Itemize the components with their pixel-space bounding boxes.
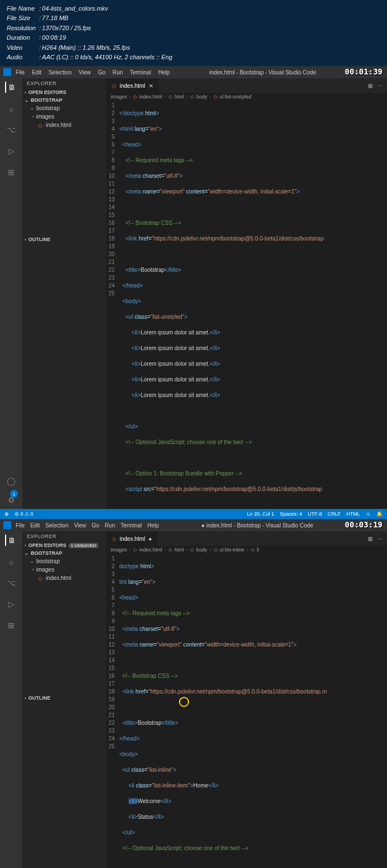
folder-images[interactable]: ›images (22, 112, 106, 121)
cursor-position[interactable]: Ln 20, Col 1 (247, 511, 275, 517)
folder-bootstrap[interactable]: ⌄bootstrap (22, 104, 106, 112)
label: File Size (7, 14, 38, 22)
line-numbers: 1234567891011121314151617181920212223242… (106, 102, 119, 509)
main-menu[interactable]: File Edit Selection View Go Run Terminal… (16, 69, 175, 76)
breadcrumb[interactable]: images› ◇index.html› ◇html› ◇body› ◇ul.l… (106, 546, 387, 554)
explorer-icon[interactable]: 🗎 (5, 535, 16, 546)
explorer-title: EXPLORER (22, 78, 106, 88)
menu-view[interactable]: View (79, 69, 91, 76)
open-editors-section[interactable]: ›OPEN EDITORS 1 UNSAVED (22, 541, 106, 549)
account-icon[interactable]: ◯ (6, 475, 17, 487)
tab-index-html[interactable]: ◇index.html✕ (106, 78, 159, 93)
source-control-icon[interactable]: ⌥ (6, 124, 17, 135)
label: Duration (7, 34, 38, 42)
menu-edit[interactable]: Edit (32, 69, 41, 76)
vscode-icon (3, 68, 11, 76)
search-icon[interactable]: ⌕ (6, 556, 17, 567)
eol[interactable]: CRLF (328, 511, 341, 517)
sidebar: EXPLORER ›OPEN EDITORS 1 UNSAVED ⌄BOOTST… (22, 531, 106, 868)
label: Audio (7, 53, 38, 62)
timestamp: 00:01:39 (345, 67, 383, 76)
filesize-value: 77.18 MB (42, 14, 172, 22)
file-index-html[interactable]: ◇index.html (22, 121, 106, 129)
split-editor-icon[interactable]: ⊞ (368, 536, 372, 542)
run-debug-icon[interactable]: ▷ (6, 598, 17, 610)
label: File Name (7, 4, 38, 13)
filename-value: 04-lists_and_colors.mkv (42, 4, 172, 13)
feedback-icon[interactable]: ☺ (366, 511, 371, 517)
label: Resolution (7, 24, 38, 32)
search-icon[interactable]: ⌕ (6, 103, 17, 114)
encoding[interactable]: UTF-8 (308, 511, 322, 517)
menu-help[interactable]: Help (158, 69, 170, 76)
more-icon[interactable]: ⋯ (377, 536, 383, 542)
remote-icon[interactable]: ⊕ (4, 511, 9, 517)
breadcrumb[interactable]: images› ◇index.html› ◇html› ◇body› ◇ul.l… (106, 93, 387, 101)
indent[interactable]: Spaces: 4 (280, 511, 302, 517)
project-root[interactable]: ⌄BOOTSTRAP (22, 96, 106, 104)
errors-warnings[interactable]: ⊘ 0 ⚠ 0 (15, 511, 34, 517)
outline-section[interactable]: ›OUTLINE (22, 235, 106, 243)
main-menu[interactable]: FileEditSelectionViewGoRunTerminalHelp (16, 522, 164, 529)
explorer-icon[interactable]: 🗎 (5, 82, 16, 93)
video-value: H264 (Main) :: 1.26 Mb/s, 25.fps (42, 44, 172, 52)
more-icon[interactable]: ⋯ (377, 83, 383, 89)
sidebar: EXPLORER ›OPEN EDITORS ⌄BOOTSTRAP ⌄boots… (22, 78, 106, 509)
vscode-icon (3, 521, 11, 529)
menu-go[interactable]: Go (98, 69, 105, 76)
open-editors-section[interactable]: ›OPEN EDITORS (22, 88, 106, 96)
editor: ◇index.html✕ ⊞⋯ images› ◇index.html› ◇ht… (106, 78, 387, 509)
titlebar: FileEditSelectionViewGoRunTerminalHelp ●… (0, 519, 387, 531)
file-index-html[interactable]: ◇index.html (22, 574, 106, 582)
activity-bar: 🗎 ⌕ ⌥ ▷ ⊞ ◯ ⚙ 1 (0, 531, 22, 868)
close-tab-icon[interactable]: ✕ (149, 83, 153, 89)
folder-bootstrap[interactable]: ⌄bootstrap (22, 557, 106, 565)
unsaved-badge: 1 UNSAVED (69, 543, 98, 548)
tab-index-html[interactable]: ◇index.html● (106, 531, 158, 546)
timestamp: 00:03:19 (345, 520, 383, 529)
statusbar: ⊕⊘ 0 ⚠ 0 Ln 20, Col 1 Spaces: 4 UTF-8 CR… (0, 509, 387, 519)
audio-value: AAC (LC) :: 0 kb/s, 44100 Hz, 2 channels… (42, 53, 172, 62)
language[interactable]: HTML (346, 511, 360, 517)
code-editor[interactable]: 1234567891011121314151617181920212223242… (106, 101, 387, 509)
file-metadata: File Name:04-lists_and_colors.mkv File S… (0, 0, 387, 66)
menu-file[interactable]: File (16, 69, 25, 76)
titlebar: File Edit Selection View Go Run Terminal… (0, 66, 387, 78)
menu-selection[interactable]: Selection (49, 69, 72, 76)
window-title: ● index.html - Bootstrap - Visual Studio… (164, 522, 350, 529)
folder-images[interactable]: ›images (22, 565, 106, 574)
modified-dot-icon[interactable]: ● (149, 536, 152, 542)
window-title: index.html - Bootstrap - Visual Studio C… (175, 69, 350, 76)
extensions-icon[interactable]: ⊞ (6, 167, 17, 178)
vscode-frame-2: 00:03:19 FileEditSelectionViewGoRunTermi… (0, 519, 387, 868)
bell-icon[interactable]: 🔔 (376, 511, 383, 517)
editor-tabs: ◇index.html✕ ⊞⋯ (106, 78, 387, 93)
outline-section[interactable]: ›OUTLINE (22, 694, 106, 702)
menu-run[interactable]: Run (112, 69, 122, 76)
duration-value: 00:08:19 (42, 34, 172, 42)
label: Video (7, 44, 38, 52)
code-editor[interactable]: 1234567891011121314151617181920212223242… (106, 554, 387, 868)
project-root[interactable]: ⌄BOOTSTRAP (22, 549, 106, 557)
resolution-value: 1370x720 / 25.fps (42, 24, 172, 32)
menu-terminal[interactable]: Terminal (130, 69, 151, 76)
activity-bar: 🗎 ⌕ ⌥ ▷ ⊞ ◯ ⚙ 1 (0, 78, 22, 509)
run-debug-icon[interactable]: ▷ (6, 145, 17, 157)
split-editor-icon[interactable]: ⊞ (368, 83, 372, 89)
vscode-frame-1: 00:01:39 File Edit Selection View Go Run… (0, 66, 387, 519)
code-content[interactable]: <!doctype html> <html lang="en"> <head> … (119, 102, 387, 509)
source-control-icon[interactable]: ⌥ (6, 577, 17, 588)
editor: ◇index.html● ⊞⋯ images› ◇index.html› ◇ht… (106, 531, 387, 868)
extensions-icon[interactable]: ⊞ (6, 620, 17, 631)
